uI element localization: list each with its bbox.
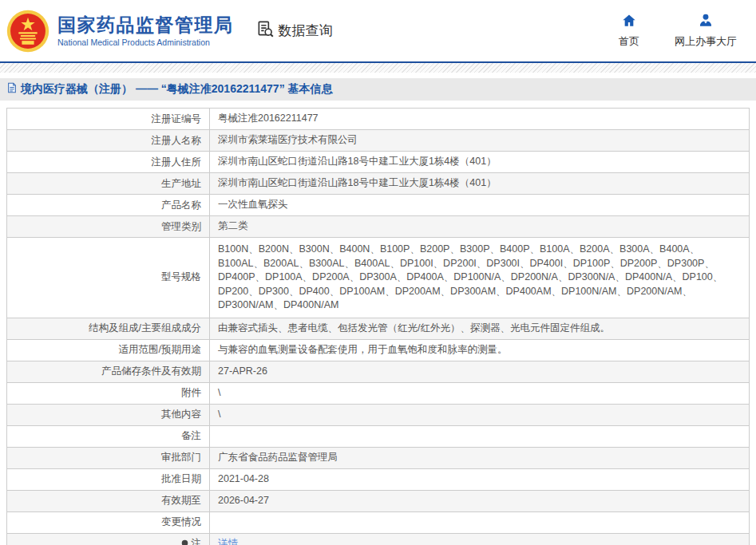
- table-row-registrant-name: 注册人名称 深圳市索莱瑞医疗技术有限公司: [7, 130, 749, 152]
- registration-detail-table: 注册证编号 粤械注准20162211477 注册人名称 深圳市索莱瑞医疗技术有限…: [6, 108, 750, 545]
- row-value: \: [210, 383, 749, 404]
- data-query-label: 数据查询: [279, 22, 333, 40]
- header: 国家药品监督管理局 National Medical Products Admi…: [0, 0, 756, 61]
- row-label: 有效期至: [7, 491, 210, 511]
- table-row-change-status: 变更情况: [7, 512, 749, 534]
- row-label: 产品储存条件及有效期: [7, 361, 210, 382]
- row-value: 与兼容的血氧测量设备配套使用，用于血氧饱和度和脉率的测量。: [210, 340, 749, 361]
- agency-name-en: National Medical Products Administration: [57, 38, 234, 47]
- table-row-approval-department: 审批部门 广东省食品药品监督管理局: [7, 448, 749, 469]
- row-value: 深圳市南山区蛇口街道沿山路18号中建工业大厦1栋4楼（401）: [210, 152, 749, 172]
- table-row-valid-until: 有效期至 2026-04-27: [7, 491, 749, 512]
- table-row-model-specs: 型号规格 B100N、B200N、B300N、B400N、B100P、B200P…: [7, 238, 749, 318]
- row-label: 注册人住所: [7, 152, 210, 172]
- details-link[interactable]: 详情: [218, 537, 238, 545]
- row-label: 结构及组成/主要组成成分: [7, 318, 210, 339]
- row-label: 附件: [7, 383, 210, 404]
- row-label: 备注: [7, 426, 210, 447]
- header-nav: 首页 网上办事大厅: [619, 13, 737, 49]
- row-value: 广东省食品药品监督管理局: [210, 448, 749, 468]
- home-icon: [621, 13, 637, 31]
- document-search-icon: [256, 20, 275, 41]
- agency-name-zh: 国家药品监督管理局: [57, 14, 234, 35]
- row-label: 其他内容: [7, 405, 210, 425]
- table-row-attachment: 附件 \: [7, 383, 749, 405]
- row-label: 生产地址: [7, 173, 210, 194]
- table-row-storage-validity: 产品储存条件及有效期 27-APR-26: [7, 361, 749, 383]
- row-label: 注册人名称: [7, 130, 210, 151]
- row-label: 批准日期: [7, 469, 210, 490]
- row-value: 详情: [210, 534, 749, 545]
- table-row-note: 注 详情: [7, 534, 749, 545]
- table-row-intended-use: 适用范围/预期用途 与兼容的血氧测量设备配套使用，用于血氧饱和度和脉率的测量。: [7, 340, 749, 361]
- nav-home[interactable]: 首页: [619, 13, 639, 49]
- nav-online-service-hall[interactable]: 网上办事大厅: [675, 13, 737, 49]
- row-label: 型号规格: [7, 238, 210, 318]
- row-label: 产品名称: [7, 195, 210, 215]
- agency-title-block: 国家药品监督管理局 National Medical Products Admi…: [57, 14, 234, 46]
- table-row-product-name: 产品名称 一次性血氧探头: [7, 195, 749, 216]
- table-row-structure-composition: 结构及组成/主要组成成分 由兼容式插头、患者电缆、包括发光管（红光/红外光）、探…: [7, 318, 749, 340]
- row-value: [210, 512, 749, 533]
- row-value: [210, 426, 749, 447]
- row-label: 变更情况: [7, 512, 210, 533]
- row-value: 27-APR-26: [210, 361, 749, 382]
- row-label: 管理类别: [7, 216, 210, 237]
- user-icon: [698, 13, 714, 31]
- row-value: 深圳市索莱瑞医疗技术有限公司: [210, 130, 749, 151]
- hatched-band: [0, 63, 756, 73]
- table-row-registration-number: 注册证编号 粤械注准20162211477: [7, 109, 749, 130]
- page-title: 境内医疗器械（注册） —— “粤械注准20162211477” 基本信息: [21, 82, 333, 97]
- row-value: 2021-04-28: [210, 469, 749, 490]
- page-title-bar: 境内医疗器械（注册） —— “粤械注准20162211477” 基本信息: [0, 78, 756, 101]
- document-icon: [6, 82, 18, 97]
- row-value: 第二类: [210, 216, 749, 237]
- row-value: 深圳市南山区蛇口街道沿山路18号中建工业大厦1栋4楼（401）: [210, 173, 749, 194]
- row-label: 适用范围/预期用途: [7, 340, 210, 361]
- national-emblem-logo: [6, 10, 49, 53]
- row-value: B100N、B200N、B300N、B400N、B100P、B200P、B300…: [210, 238, 749, 318]
- data-query-section[interactable]: 数据查询: [256, 20, 333, 41]
- row-label: 注册证编号: [7, 109, 210, 129]
- row-label: 注: [7, 534, 210, 545]
- table-row-approval-date: 批准日期 2021-04-28: [7, 469, 749, 491]
- row-value: 粤械注准20162211477: [210, 109, 749, 129]
- table-row-production-address: 生产地址 深圳市南山区蛇口街道沿山路18号中建工业大厦1栋4楼（401）: [7, 173, 749, 195]
- row-label: 审批部门: [7, 448, 210, 468]
- table-row-other-content: 其他内容 \: [7, 405, 749, 426]
- nav-online-service-hall-label: 网上办事大厅: [675, 34, 737, 49]
- row-value: 一次性血氧探头: [210, 195, 749, 215]
- row-value: 2026-04-27: [210, 491, 749, 511]
- nav-home-label: 首页: [619, 34, 639, 49]
- row-value: 由兼容式插头、患者电缆、包括发光管（红光/红外光）、探测器、光电元件固定件组成。: [210, 318, 749, 339]
- row-value: \: [210, 405, 749, 425]
- table-row-management-class: 管理类别 第二类: [7, 216, 749, 238]
- table-row-remarks: 备注: [7, 426, 749, 448]
- table-row-registrant-address: 注册人住所 深圳市南山区蛇口街道沿山路18号中建工业大厦1栋4楼（401）: [7, 152, 749, 173]
- balloon-icon: [180, 539, 189, 545]
